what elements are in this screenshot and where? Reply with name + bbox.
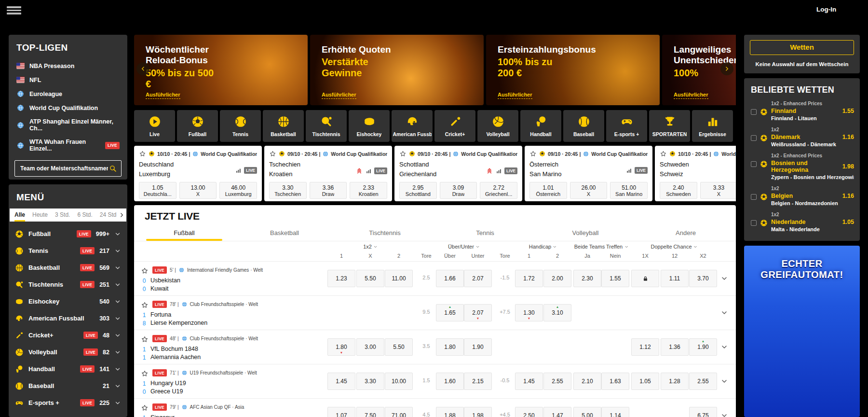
bet-checkbox[interactable] — [751, 194, 757, 200]
odds-button[interactable]: 1.01Österreich — [529, 182, 567, 199]
odds-button[interactable]: 2.33Kroatien — [350, 182, 387, 199]
odds-button[interactable]: ▲1.60▼ — [436, 373, 464, 390]
odds-button[interactable]: ▲1.45▼ — [327, 373, 355, 390]
sport-nav-tile[interactable]: Volleyball — [477, 110, 518, 142]
sport-nav-tile[interactable]: American Fussb... — [392, 110, 433, 142]
sidebar-sport-item[interactable]: Fußball LIVE 999+ — [9, 225, 127, 242]
sport-nav-tile[interactable]: Live — [134, 110, 175, 142]
market-group-header[interactable]: Doppelte Chance — [651, 244, 697, 250]
odds-button[interactable]: ▲1.90▼ — [464, 338, 492, 356]
chevron-down-icon[interactable] — [114, 400, 121, 406]
odds-button[interactable]: ▲1.88▼ — [436, 407, 464, 417]
chevron-down-icon[interactable] — [114, 332, 121, 339]
odds-button[interactable]: ▲1.66▼ — [436, 270, 464, 287]
odds-button[interactable]: 2.72Griechenl... — [480, 182, 517, 199]
odds-button[interactable]: ▲3.10▼ — [543, 304, 571, 321]
sport-nav-tile[interactable]: Eishockey — [349, 110, 390, 142]
chevron-down-icon[interactable] — [720, 309, 728, 317]
odds-button[interactable]: ▲1.11▼ — [661, 270, 689, 287]
betslip-button[interactable]: Wetten — [750, 40, 854, 55]
tabs-scroll-right-icon[interactable] — [117, 208, 126, 222]
chevron-down-icon[interactable] — [114, 264, 121, 271]
banner-details-link[interactable]: Ausführlicher — [498, 92, 532, 99]
odds-button[interactable]: ▲11.00▼ — [385, 270, 413, 287]
carousel-next-button[interactable] — [720, 62, 733, 75]
odds-button[interactable]: ▲6.75▼ — [689, 407, 717, 417]
odds-button[interactable]: ▲2.10▼ — [573, 373, 601, 390]
odds-button[interactable]: 3.30Tschechien — [269, 182, 307, 199]
odds-button[interactable]: ▲1.14▼ — [601, 407, 629, 417]
sport-nav-tile[interactable]: Fußball — [177, 110, 218, 142]
stats-icon[interactable] — [496, 168, 502, 174]
odds-button[interactable]: ▲1.80▼ — [436, 338, 464, 356]
odds-button[interactable]: ▲1.72▼ — [515, 270, 543, 287]
stats-icon[interactable] — [235, 167, 242, 174]
sport-nav-tile[interactable]: Handball — [520, 110, 561, 142]
login-button[interactable]: Log-In — [816, 6, 836, 13]
banner-details-link[interactable]: Ausführlicher — [146, 92, 180, 99]
odds-button[interactable]: 13.00X — [179, 182, 217, 199]
chevron-down-icon[interactable] — [720, 343, 728, 351]
star-icon[interactable] — [141, 301, 149, 309]
promo-banner[interactable]: Wöchentlicher Reload-Bonus 50% bis zu 50… — [134, 35, 308, 105]
sport-nav-tile[interactable]: SPORTARTEN — [649, 110, 690, 142]
odds-button[interactable]: ▲1.23▼ — [327, 270, 355, 287]
chevron-down-icon[interactable] — [720, 377, 728, 385]
star-icon[interactable] — [269, 150, 276, 157]
top-league-item[interactable]: NFL — [9, 73, 127, 87]
odds-button[interactable]: ▲5.50▼ — [356, 270, 384, 287]
odds-button[interactable]: ▲1.30▼ — [515, 304, 543, 321]
top-league-item[interactable]: NBA Preseason — [9, 59, 127, 73]
odds-button[interactable]: ▲7.50▼ — [356, 407, 384, 417]
top-league-item[interactable]: WTA Wuhan Frauen Einzel... LIVE — [9, 135, 127, 155]
sidebar-sport-item[interactable]: Handball LIVE 141 — [9, 361, 127, 377]
time-filter-tab[interactable]: Heute — [32, 208, 48, 222]
live-sport-tab[interactable]: Andere — [636, 226, 736, 241]
odds-button[interactable]: 2.40Schweden — [660, 182, 697, 199]
sidebar-sport-item[interactable]: E-sports + LIVE 225 — [9, 394, 127, 411]
odds-button[interactable]: ▲2.07▼ — [464, 304, 492, 321]
bet-checkbox[interactable] — [751, 109, 757, 115]
time-filter-tab[interactable]: 3 Std. — [55, 208, 70, 222]
chevron-down-icon[interactable] — [720, 412, 728, 417]
odds-button[interactable]: 3.09Draw — [440, 182, 477, 199]
bet-checkbox[interactable] — [751, 135, 757, 141]
stats-icon[interactable] — [626, 167, 632, 174]
search-input[interactable] — [19, 165, 109, 172]
odds-button[interactable]: ▲1.98▼ — [464, 407, 492, 417]
time-filter-tab[interactable]: Alle — [14, 208, 25, 222]
menu-icon[interactable] — [7, 5, 21, 16]
odds-button[interactable]: ▲2.00▼ — [543, 270, 571, 287]
sidebar-sport-item[interactable]: Volleyball LIVE 82 — [9, 344, 127, 361]
odds-button[interactable]: ▲3.70▼ — [689, 270, 717, 287]
odds-button[interactable]: ▲3.30▼ — [356, 373, 384, 390]
time-filter-tab[interactable]: 24 Std. — [100, 208, 118, 222]
odds-button[interactable]: ▲1.28▼ — [661, 373, 689, 390]
odds-button[interactable]: 3.33X — [700, 182, 736, 199]
odds-button[interactable]: ▲1.80▼ — [327, 338, 355, 356]
top-league-item[interactable]: Euroleague — [9, 87, 127, 101]
odds-button[interactable]: ▲1.55▼ — [601, 270, 629, 287]
star-icon[interactable] — [141, 370, 149, 377]
market-group-header[interactable]: Handicap — [529, 244, 557, 250]
chevron-down-icon[interactable] — [114, 315, 121, 322]
odds-button[interactable]: ▲1.07▼ — [327, 407, 355, 417]
chevron-down-icon[interactable] — [114, 366, 121, 373]
bet-checkbox[interactable] — [751, 220, 757, 226]
sidebar-sport-item[interactable]: Tennis LIVE 217 — [9, 242, 127, 259]
live-sport-tab[interactable]: Tischtennis — [335, 226, 435, 241]
star-icon[interactable] — [529, 150, 537, 157]
odds-button[interactable]: ▲1.45▼ — [515, 373, 543, 390]
odds-button[interactable]: 51.00San Marino — [610, 182, 648, 199]
chevron-down-icon[interactable] — [114, 281, 121, 288]
popular-bet[interactable]: 1x2 Dänemark 1.16 Weißrussland - Dänemar… — [750, 127, 854, 147]
odds-button[interactable]: ▲2.50▼ — [515, 407, 543, 417]
star-icon[interactable] — [139, 150, 146, 157]
search-box[interactable] — [14, 160, 122, 177]
odds-button[interactable]: 1.05 — [631, 373, 659, 390]
odds-button[interactable]: 26.00X — [570, 182, 608, 199]
sidebar-sport-item[interactable]: Baseball 21 — [9, 377, 127, 394]
odds-button[interactable]: ▲5.00▼ — [573, 407, 601, 417]
chevron-down-icon[interactable] — [114, 298, 121, 305]
popular-bet[interactable]: 1x2 - Enhanced Prices Finnland 1.55 Finn… — [750, 101, 854, 121]
